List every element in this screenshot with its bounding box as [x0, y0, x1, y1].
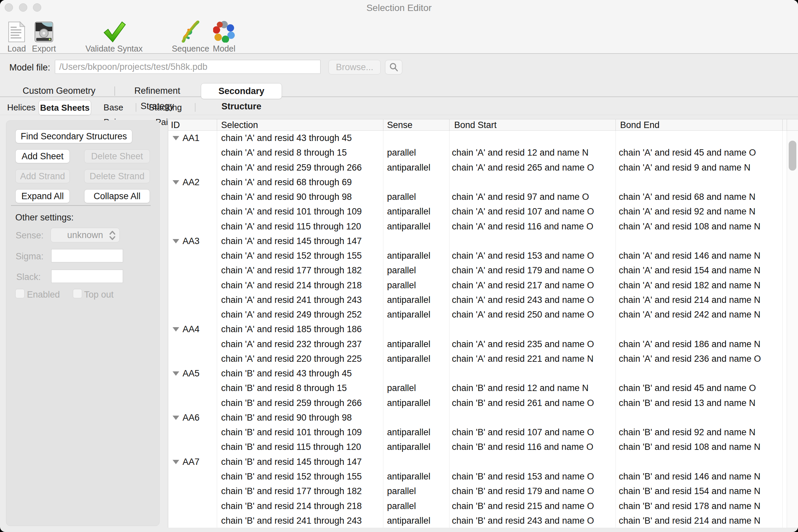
row-bond-start: chain 'B' and resid 116 and name O — [452, 442, 593, 452]
header-divider — [449, 119, 450, 131]
toolbar-load-button[interactable]: Load — [5, 19, 28, 54]
table-header: ID Selection Sense Bond Start Bond End — [168, 119, 798, 131]
toolbar-sequence-button[interactable]: Sequence — [169, 19, 212, 54]
disclosure-triangle-icon[interactable] — [173, 460, 179, 464]
expand-all-button[interactable]: Expand All — [15, 189, 70, 203]
table-row[interactable]: AA1 chain 'A' and resid 43 through 45 — [168, 131, 787, 146]
row-bond-end: chain 'A' and resid 236 and name O — [619, 354, 761, 364]
search-file-button[interactable] — [385, 60, 402, 75]
table-row[interactable]: chain 'A' and resid 220 through 225 anti… — [168, 352, 787, 366]
row-id: AA3 — [183, 236, 200, 246]
subtab-base-pairs[interactable]: Base Pairs — [94, 100, 133, 115]
toolbar-export-label: Export — [32, 44, 56, 54]
column-header-selection[interactable]: Selection — [221, 120, 258, 130]
row-bond-start: chain 'A' and resid 235 and name O — [452, 339, 594, 349]
collapse-all-button[interactable]: Collapse All — [84, 189, 150, 203]
disclosure-triangle-icon[interactable] — [173, 327, 179, 331]
disclosure-triangle-icon[interactable] — [173, 180, 179, 185]
slack-field[interactable] — [51, 270, 123, 283]
subtab-separator — [136, 103, 136, 112]
model-file-input[interactable] — [55, 60, 321, 74]
sigma-field[interactable] — [51, 249, 123, 262]
table-row[interactable]: chain 'A' and resid 214 through 218 para… — [168, 278, 787, 293]
disclosure-triangle-icon[interactable] — [173, 136, 179, 140]
row-bond-end: chain 'B' and resid 146 and name N — [619, 472, 760, 482]
disclosure-triangle-icon[interactable] — [173, 416, 179, 420]
row-bond-start: chain 'B' and resid 107 and name O — [452, 427, 594, 438]
table-row[interactable]: AA6 chain 'B' and resid 90 through 98 — [168, 410, 787, 425]
table-row[interactable]: chain 'A' and resid 232 through 237 anti… — [168, 337, 787, 352]
row-bond-start: chain 'A' and resid 243 and name O — [452, 295, 594, 305]
toolbar-load-label: Load — [5, 44, 28, 54]
table-row[interactable]: chain 'B' and resid 115 through 120 anti… — [168, 440, 787, 455]
tab-refinement-strategy[interactable]: Refinement Strategy — [119, 83, 195, 98]
toolbar-export-button[interactable]: Export — [32, 19, 56, 54]
row-sense: antiparallel — [387, 207, 431, 217]
row-selection: chain 'A' and resid 8 through 15 — [221, 148, 347, 158]
subtab-separator — [195, 103, 195, 112]
toolbar-model-button[interactable]: Model — [209, 19, 240, 54]
table-row[interactable]: AA3 chain 'A' and resid 145 through 147 — [168, 234, 787, 249]
row-selection: chain 'A' and resid 101 through 109 — [221, 207, 362, 217]
row-sense: parallel — [387, 148, 416, 158]
table-row[interactable]: chain 'B' and resid 152 through 155 anti… — [168, 469, 787, 484]
table-row[interactable]: AA5 chain 'B' and resid 43 through 45 — [168, 366, 787, 381]
table-row[interactable]: chain 'A' and resid 101 through 109 anti… — [168, 204, 787, 219]
enabled-checkbox[interactable] — [15, 289, 25, 298]
disclosure-triangle-icon[interactable] — [173, 372, 179, 376]
table-row[interactable]: chain 'A' and resid 90 through 98 parall… — [168, 190, 787, 205]
table-row[interactable]: chain 'A' and resid 249 through 252 anti… — [168, 307, 787, 322]
table-row[interactable]: chain 'B' and resid 259 through 266 anti… — [168, 396, 787, 411]
row-sense: antiparallel — [387, 398, 431, 408]
row-selection: chain 'B' and resid 259 through 266 — [221, 398, 362, 408]
row-selection: chain 'A' and resid 68 through 69 — [221, 177, 352, 188]
row-bond-start: chain 'A' and resid 179 and name O — [452, 265, 594, 276]
column-header-id[interactable]: ID — [171, 120, 180, 130]
toolbar-validate-syntax-button[interactable]: Validate Syntax — [79, 19, 149, 54]
find-secondary-structures-button[interactable]: Find Secondary Structures — [15, 129, 132, 143]
table-row[interactable]: chain 'A' and resid 241 through 243 anti… — [168, 292, 787, 307]
sense-dropdown-value: unknown — [67, 230, 103, 240]
document-icon — [5, 19, 28, 42]
table-row[interactable]: chain 'A' and resid 8 through 15 paralle… — [168, 145, 787, 160]
table-row[interactable]: chain 'A' and resid 259 through 266 anti… — [168, 160, 787, 175]
table-row[interactable]: chain 'B' and resid 177 through 182 para… — [168, 484, 787, 499]
top-out-checkbox[interactable] — [73, 289, 82, 298]
table-row[interactable]: chain 'A' and resid 177 through 182 para… — [168, 263, 787, 278]
disclosure-triangle-icon[interactable] — [173, 239, 179, 243]
tab-separator — [114, 87, 115, 96]
row-sense: antiparallel — [387, 354, 431, 364]
row-bond-end: chain 'A' and resid 154 and name N — [619, 265, 760, 276]
column-header-sense[interactable]: Sense — [387, 120, 413, 130]
table-row[interactable]: AA4 chain 'A' and resid 185 through 186 — [168, 322, 787, 337]
table-row[interactable]: chain 'A' and resid 152 through 155 anti… — [168, 248, 787, 263]
table-row[interactable]: chain 'B' and resid 241 through 243 anti… — [168, 513, 787, 528]
row-bond-end: chain 'B' and resid 214 and name N — [619, 516, 760, 526]
delete-sheet-button: Delete Sheet — [84, 149, 150, 163]
row-sense: parallel — [387, 501, 416, 511]
table-row[interactable]: chain 'B' and resid 101 through 109 anti… — [168, 425, 787, 440]
column-header-bond-start[interactable]: Bond Start — [454, 120, 497, 130]
row-sense: antiparallel — [387, 251, 431, 261]
tab-secondary-structure[interactable]: Secondary Structure — [201, 83, 282, 99]
vertical-scrollbar[interactable] — [787, 131, 798, 528]
table-row[interactable]: AA2 chain 'A' and resid 68 through 69 — [168, 175, 787, 190]
scrollbar-thumb[interactable] — [789, 141, 796, 171]
subtab-beta-sheets[interactable]: Beta Sheets — [39, 100, 91, 115]
subtab-stacking-pairs[interactable]: Stacking Pairs — [139, 100, 191, 115]
column-header-bond-end[interactable]: Bond End — [620, 120, 660, 130]
subtab-helices[interactable]: Helices — [6, 100, 37, 115]
add-sheet-button[interactable]: Add Sheet — [15, 149, 70, 163]
row-selection: chain 'B' and resid 115 through 120 — [221, 442, 361, 452]
row-bond-end: chain 'A' and resid 9 and name N — [619, 163, 750, 173]
row-selection: chain 'B' and resid 8 through 15 — [221, 383, 347, 393]
table-row[interactable]: chain 'B' and resid 214 through 218 para… — [168, 499, 787, 514]
row-sense: antiparallel — [387, 442, 431, 452]
table-row[interactable]: chain 'B' and resid 8 through 15 paralle… — [168, 381, 787, 396]
tab-custom-geometry-restraints[interactable]: Custom Geometry Restraints — [7, 83, 111, 98]
sense-dropdown[interactable]: unknown — [51, 228, 120, 242]
row-selection: chain 'B' and resid 177 through 182 — [221, 486, 362, 496]
table-row[interactable]: chain 'A' and resid 115 through 120 anti… — [168, 219, 787, 234]
row-bond-end: chain 'B' and resid 108 and name N — [619, 442, 760, 452]
table-row[interactable]: AA7 chain 'B' and resid 145 through 147 — [168, 455, 787, 470]
